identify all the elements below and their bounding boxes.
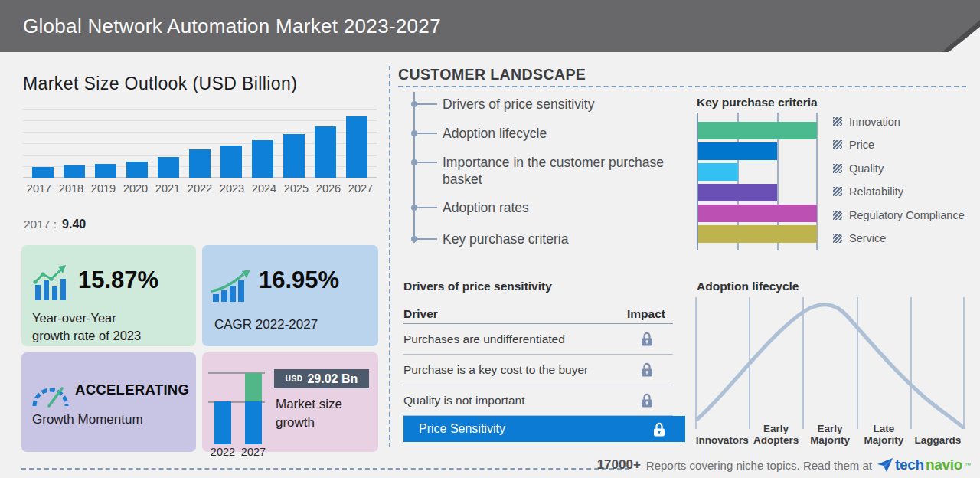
criteria-bar (698, 184, 777, 201)
key-purchase-criteria-title: Key purchase criteria (697, 96, 818, 110)
mini-chart-labels: 2022 2027 (208, 446, 270, 458)
growth-label: Market size growth (276, 395, 342, 432)
growth-momentum-card: ACCELERATING Growth Momentum (21, 352, 196, 452)
legend-hatch-marker (833, 211, 842, 220)
growth-amount: 29.02 Bn (307, 372, 358, 386)
infographic-root: Global Network Automation Market 2023-20… (0, 0, 980, 478)
market-size-bar (252, 140, 273, 178)
yoy-description: Year-over-Year growth rate of 2023 (32, 309, 141, 345)
landscape-list-item: Adoption rates (443, 199, 707, 216)
base-year-label: 2017 : (24, 218, 57, 231)
price-sensitivity-title: Drivers of price sensitivity (403, 280, 552, 293)
yoy-value: 15.87% (78, 267, 158, 294)
adoption-lifecycle-chart (695, 297, 965, 429)
cagr-card: 16.95% CAGR 2022-2027 (202, 245, 378, 346)
market-size-title: Market Size Outlook (USD Billion) (23, 74, 297, 94)
adoption-lifecycle-labels: InnovatorsEarlyAdoptersEarlyMajorityLate… (695, 421, 965, 446)
highlight-label: Price Sensitivity (419, 422, 505, 436)
mini-bar-2022 (214, 401, 231, 444)
column-driver: Driver (403, 307, 438, 321)
brand-navio: navio (926, 457, 962, 473)
legend-hatch-marker (833, 164, 842, 173)
driver-label: Purchase is a key cost to the buyer (403, 363, 588, 377)
driver-row: Quality is not important (403, 385, 673, 416)
year-label: 2023 (216, 182, 248, 195)
legend-label: Service (849, 232, 886, 244)
year-label: 2022 (184, 182, 216, 195)
year-label: 2020 (119, 182, 152, 195)
criteria-bar (698, 163, 738, 181)
legend-hatch-marker (833, 140, 842, 149)
lock-icon (641, 393, 653, 408)
legend-item: Quality (833, 162, 884, 175)
page-title: Global Network Automation Market 2023-20… (0, 0, 980, 52)
adopter-segment-label: EarlyMajority (803, 421, 857, 446)
list-bullet (411, 101, 417, 107)
report-count: 17000+ (597, 457, 641, 473)
driver-label: Quality is not important (403, 394, 525, 408)
year-label: 2021 (152, 182, 184, 195)
market-size-bar (158, 157, 179, 178)
adoption-lifecycle-title: Adoption lifecycle (697, 280, 799, 293)
legend-item: Service (833, 232, 886, 244)
market-growth-card: 2022 2027 USD 29.02 Bn Market size growt… (202, 352, 378, 452)
legend-hatch-marker (833, 234, 842, 243)
growth-line2: growth (276, 415, 315, 430)
market-size-bar (283, 134, 305, 178)
list-bullet (411, 205, 417, 211)
driver-row: Purchase is a key cost to the buyer (403, 355, 673, 385)
market-size-bar (189, 149, 211, 178)
legend-label: Quality (849, 162, 884, 175)
key-purchase-criteria-chart (697, 113, 818, 250)
speedometer-icon (31, 377, 70, 409)
criteria-bar (698, 225, 817, 243)
customer-landscape-heading: CUSTOMER LANDSCAPE (398, 66, 586, 83)
year-label: 2018 (55, 182, 87, 195)
legend-item: Price (833, 139, 874, 151)
list-bullet (411, 159, 417, 165)
legend-item: Regulatory Compliance (833, 209, 965, 221)
market-size-bar (220, 146, 242, 178)
footer: 17000+ Reports covering niche topics. Re… (597, 455, 971, 475)
trademark: ™ (965, 462, 971, 469)
technavio-logo: technavio™ (877, 457, 971, 473)
adopter-segment-label: LateMajority (857, 421, 910, 446)
criteria-bar (698, 205, 817, 222)
legend-hatch-marker (833, 187, 842, 196)
driver-row: Purchases are undifferentiated (403, 324, 673, 355)
legend-item: Innovation (833, 116, 900, 128)
list-spine (413, 92, 415, 243)
growth-line1: Market size (276, 397, 342, 411)
lock-icon (653, 422, 665, 440)
list-connector (415, 238, 437, 240)
list-connector (415, 133, 437, 134)
list-connector (415, 162, 437, 163)
criteria-bar (698, 122, 817, 139)
market-size-x-labels: 2017201820192020202120222023202420252026… (23, 182, 377, 195)
base-year-value: 9.40 (62, 218, 86, 231)
cagr-label: CAGR 2022-2027 (214, 316, 318, 333)
momentum-value: ACCELERATING (75, 381, 189, 398)
mini-label-2022: 2022 (208, 446, 237, 458)
market-size-bar (346, 116, 368, 178)
cagr-trend-icon (210, 270, 254, 303)
year-label: 2017 (23, 182, 55, 195)
footer-dashed-line (21, 468, 629, 470)
market-size-bar (315, 126, 336, 178)
usd-growth-badge: USD 29.02 Bn (274, 369, 369, 388)
cagr-value: 16.95% (259, 267, 339, 294)
adopter-segment-label: EarlyAdopters (749, 421, 802, 446)
legend-label: Regulatory Compliance (849, 209, 965, 221)
yoy-line2: growth rate of 2023 (32, 329, 141, 342)
adopter-segment-label: Laggards (911, 421, 965, 446)
lock-icon (641, 362, 653, 377)
mini-label-2027: 2027 (239, 446, 268, 458)
year-label: 2025 (280, 182, 312, 195)
lock-icon (653, 422, 665, 437)
criteria-bar (698, 142, 777, 160)
legend-label: Price (849, 139, 874, 151)
key-purchase-criteria-legend: InnovationPriceQualityRelatabilityRegula… (833, 113, 978, 250)
list-connector (415, 207, 437, 208)
legend-item: Relatability (833, 185, 903, 198)
base-year-note: 2017 :9.40 (24, 218, 86, 231)
